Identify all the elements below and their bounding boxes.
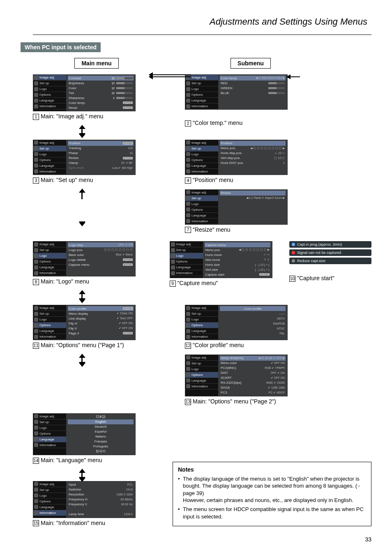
menu-row: ◀ 1:1 Panel ✔ Aspect Zoom ▶ bbox=[220, 196, 286, 200]
sidebar-item: Image adj. bbox=[170, 242, 203, 247]
sidebar-item: Information bbox=[33, 104, 66, 109]
sidebar-item: Options bbox=[33, 431, 66, 437]
submenu-label: Submenu bbox=[231, 58, 271, 69]
menu-row: PositionENTER bbox=[68, 141, 134, 146]
menu-icon bbox=[186, 190, 190, 194]
menu-row: Line display✔ 5sec OFF bbox=[68, 316, 134, 321]
sidebar-item: Options bbox=[185, 207, 218, 213]
page-number: 33 bbox=[33, 536, 371, 543]
menu-row: Logo deleteENTER bbox=[68, 257, 134, 262]
menu-row: Deutsch bbox=[68, 424, 134, 429]
menu-icon bbox=[186, 93, 190, 97]
sidebar-item: Image adj. bbox=[33, 481, 66, 487]
menu-icon bbox=[171, 242, 175, 246]
enter-badge: ENTER bbox=[123, 332, 133, 334]
menu-icon bbox=[186, 329, 190, 333]
caption-8: 8Main: "Logo" menu bbox=[33, 278, 145, 285]
menu-icon bbox=[186, 99, 190, 103]
menu-icon bbox=[34, 248, 38, 252]
menu-row: Flip H✔ OFF ON bbox=[68, 321, 134, 326]
sidebar-item: Image adj. bbox=[33, 75, 66, 81]
sidebar-item: Image adj. bbox=[33, 305, 66, 311]
menu-row: Back colorBlue ✔ Black bbox=[68, 252, 134, 257]
arrow-icon bbox=[78, 291, 86, 302]
menu-row: BLUE bbox=[220, 90, 286, 95]
menu-information: Image adj.Set upLogoOptionsLanguageInfor… bbox=[33, 481, 136, 518]
menu-icon bbox=[34, 437, 38, 441]
menu-icon bbox=[34, 99, 38, 103]
menu-row: Color temp.◀ ✔ D65 HIGH User ▶ bbox=[220, 76, 286, 81]
sidebar-item: Options bbox=[33, 157, 66, 163]
menu-row: Tint12 bbox=[68, 90, 134, 95]
enter-badge: ENTER bbox=[123, 263, 133, 266]
menu-icon bbox=[34, 140, 38, 145]
sidebar-item: Options bbox=[33, 499, 66, 504]
main-menu-label: Main menu bbox=[74, 58, 118, 69]
menu-row: Capture startENTER bbox=[205, 272, 270, 277]
menu-icon bbox=[186, 202, 190, 206]
sidebar-item: Logo bbox=[170, 253, 203, 259]
menu-row: Español bbox=[68, 429, 134, 434]
menu-row: PC2(BNC) RGB ✔ YPBPR bbox=[220, 366, 286, 371]
menu-row: Color profile bbox=[220, 306, 286, 311]
sidebar-item: Language bbox=[33, 98, 66, 104]
caption-4: 4"Position" menu bbox=[185, 177, 316, 184]
menu-icon bbox=[34, 81, 38, 85]
sidebar-item: Logo bbox=[33, 493, 66, 499]
notes-box: Notes The display language of the menus … bbox=[173, 462, 371, 526]
menu-icon bbox=[34, 271, 38, 275]
menu-row: SCART✔ OFF ON bbox=[220, 375, 286, 380]
sidebar-item: Set up bbox=[33, 81, 66, 86]
menu-icon bbox=[34, 104, 38, 108]
menu-icon bbox=[34, 254, 38, 258]
sidebar-item: Logo bbox=[33, 317, 66, 322]
sidebar-item: Options bbox=[33, 322, 66, 328]
sidebar-item: Options bbox=[185, 322, 218, 328]
sidebar-item: Set up bbox=[185, 361, 218, 366]
menu-row: Resize bbox=[220, 191, 286, 196]
caption-2: 2"Color temp." menu bbox=[185, 120, 316, 127]
menu-options2: Image adj.Set upLogoOptionsLanguageInfor… bbox=[185, 355, 288, 396]
menu-row: Sync levelLow ✔ Std High bbox=[68, 166, 134, 170]
menu-row: Logo disp.OFF ✔ ON bbox=[68, 242, 134, 247]
sidebar-item: Set up bbox=[33, 247, 66, 253]
sidebar-item: Logo bbox=[33, 152, 66, 157]
sidebar-item: Image adj. bbox=[33, 242, 66, 247]
sidebar-item: Options bbox=[185, 372, 218, 378]
sidebar-item: Logo bbox=[33, 425, 66, 431]
sidebar-item: Logo bbox=[185, 366, 218, 372]
sidebar-item: Language bbox=[33, 163, 66, 169]
menu-row: InputPC1 bbox=[68, 482, 134, 487]
menu-row: Menu display✔ 15sec ON bbox=[68, 311, 134, 316]
menu-position: Image adj.Set upLogoOptionsLanguageInfor… bbox=[185, 140, 288, 175]
sidebar-item: Image adj. bbox=[33, 414, 66, 419]
menu-icon bbox=[186, 213, 190, 217]
menu-icon bbox=[34, 335, 38, 339]
menu-icon bbox=[34, 414, 38, 418]
arrow-icon bbox=[290, 76, 300, 77]
menu-icon bbox=[171, 271, 175, 275]
sidebar-item: Set up bbox=[33, 311, 66, 317]
note-2: The menu screen for HDCP compatible sign… bbox=[178, 506, 366, 520]
menu-icon bbox=[34, 499, 38, 503]
menu-icon bbox=[34, 443, 38, 447]
menu-icon bbox=[34, 493, 38, 497]
sidebar-item: Language bbox=[33, 504, 66, 510]
sidebar-item: Information bbox=[185, 384, 218, 389]
menu-row: Horiz.DIST pos.1 bbox=[220, 161, 286, 166]
menu-icon bbox=[34, 76, 38, 80]
menu-icon bbox=[186, 104, 190, 108]
menu-row: Français bbox=[68, 439, 134, 444]
sidebar-item: Options bbox=[185, 92, 218, 98]
popup-warning: Reduce capt.size bbox=[289, 258, 371, 264]
sidebar-item: Logo bbox=[185, 152, 218, 157]
menu-row: 日本語 bbox=[68, 415, 134, 419]
menu-row: Frequency V60.02 Hz bbox=[68, 502, 134, 507]
caption-9: 9"Capture menu" bbox=[170, 280, 285, 287]
caption-7: 7"Resize" menu bbox=[185, 226, 316, 233]
arrow-icon bbox=[152, 76, 191, 77]
sidebar-item: Information bbox=[33, 442, 66, 448]
sidebar-item: Image adj. bbox=[33, 140, 66, 146]
menu-icon bbox=[34, 93, 38, 97]
menu-row: Capture menu bbox=[205, 242, 270, 247]
